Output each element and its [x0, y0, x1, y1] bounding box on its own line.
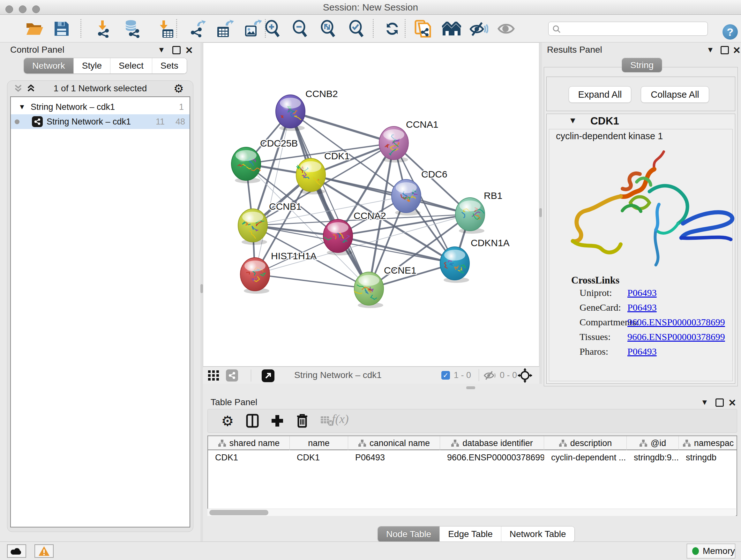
table-options-gear-icon[interactable]: ⚙: [217, 411, 238, 431]
tab-string[interactable]: String: [622, 58, 662, 72]
show-graphics-icon[interactable]: [496, 18, 517, 39]
control-panel-float-icon[interactable]: ▼: [158, 45, 165, 54]
network-edge-count: 48: [166, 114, 185, 129]
collection-expand-icon[interactable]: ▼: [18, 100, 25, 114]
table-tabs: Node Table Edge Table Network Table: [378, 526, 575, 542]
protein-structure-image: [557, 144, 736, 271]
crosslink-label: Pharos:: [580, 346, 608, 357]
zoom-in-icon[interactable]: [262, 18, 283, 39]
open-session-icon[interactable]: [24, 18, 45, 39]
network-label: String Network – cdk1: [47, 114, 131, 129]
network-row[interactable]: String Network – cdk1 11 48: [11, 114, 190, 129]
crosslink-link[interactable]: 9606.ENSP00000378699: [627, 317, 725, 327]
network-collection-row[interactable]: ▼ String Network – cdk1 1: [11, 100, 190, 114]
crosslink-link[interactable]: P06493: [627, 287, 657, 298]
column-header-3[interactable]: database identifier: [440, 436, 544, 450]
results-panel-float-icon[interactable]: ▼: [706, 45, 714, 54]
column-header-0[interactable]: shared name: [208, 436, 290, 450]
tab-style[interactable]: Style: [74, 58, 111, 73]
table-cell[interactable]: P06493: [348, 451, 440, 464]
import-network-file-icon[interactable]: [92, 18, 114, 39]
export-image-icon[interactable]: [242, 18, 263, 39]
results-panel-close-icon[interactable]: ✕: [733, 45, 741, 56]
zoom-out-icon[interactable]: [290, 18, 311, 39]
export-table-icon[interactable]: [214, 18, 235, 39]
network-view-share-icon[interactable]: [226, 369, 238, 381]
gene-section-collapse-icon[interactable]: ▼: [569, 116, 577, 125]
tab-select[interactable]: Select: [111, 58, 152, 73]
table-panel-close-icon[interactable]: ✕: [728, 397, 736, 408]
footer-separator: [479, 369, 479, 381]
save-session-icon[interactable]: [51, 18, 72, 39]
pan-crosshair-icon[interactable]: [518, 368, 532, 383]
table-cell[interactable]: cyclin-dependent ...: [544, 451, 627, 464]
window-title: Session: New Session: [0, 0, 741, 15]
network-options-gear-icon[interactable]: ⚙: [174, 82, 184, 96]
tab-node-table[interactable]: Node Table: [378, 526, 440, 542]
crosslink-link[interactable]: P06493: [627, 346, 657, 357]
expand-all-button[interactable]: Expand All: [569, 86, 631, 103]
table-cell[interactable]: 9606.ENSP00000378699: [440, 451, 544, 464]
column-header-4[interactable]: description: [544, 436, 627, 450]
table-cell[interactable]: stringdb: [679, 451, 737, 464]
toolbar-separator: [176, 19, 177, 38]
selected-checkbox-icon[interactable]: ✓: [441, 371, 450, 380]
app-window: Session: New Session: [0, 0, 741, 560]
table-cell[interactable]: stringdb:9...: [627, 451, 679, 464]
control-panel-close-icon[interactable]: ✕: [185, 45, 193, 56]
crosslink-link[interactable]: 9606.ENSP00000378699: [627, 331, 725, 342]
tab-edge-table[interactable]: Edge Table: [440, 526, 501, 542]
home-network-icon[interactable]: [441, 18, 462, 39]
grid-view-icon[interactable]: [208, 370, 219, 381]
show-columns-icon[interactable]: [242, 411, 263, 431]
network-canvas[interactable]: CCNB2CCNA1CDC25BCDK1CDC6RB1CCNB1CCNA2CDK…: [203, 43, 539, 367]
tab-network[interactable]: Network: [24, 58, 74, 73]
toolbar-separator: [80, 19, 81, 38]
zoom-selected-icon[interactable]: [346, 18, 367, 39]
scrollbar-thumb[interactable]: [209, 510, 268, 515]
column-header-1[interactable]: name: [290, 436, 348, 450]
zoom-fit-icon[interactable]: [318, 18, 339, 39]
title-bar: Session: New Session: [0, 0, 741, 15]
crosslink-label: Tissues:: [580, 331, 610, 342]
import-table-icon[interactable]: [155, 18, 176, 39]
collapse-all-button[interactable]: Collapse All: [641, 86, 709, 103]
table-panel-float-icon[interactable]: ▼: [701, 398, 709, 407]
node-label-CDC25B: CDC25B: [260, 138, 298, 148]
bottom-splitter-handle[interactable]: [466, 386, 475, 389]
node-label-CCNE1: CCNE1: [384, 265, 416, 275]
results-panel-maximize-icon[interactable]: [721, 46, 729, 54]
cloud-status-icon[interactable]: [7, 544, 26, 558]
tab-network-table[interactable]: Network Table: [501, 526, 575, 542]
import-network-database-icon[interactable]: [122, 18, 143, 39]
table-horizontal-scrollbar[interactable]: [207, 509, 736, 516]
column-header-5[interactable]: @id: [627, 436, 679, 450]
hide-graphics-icon[interactable]: [468, 18, 489, 39]
help-icon[interactable]: ?: [723, 24, 738, 40]
crosslink-link[interactable]: P06493: [627, 302, 657, 313]
left-splitter-handle[interactable]: [200, 284, 203, 293]
right-splitter-handle[interactable]: [539, 208, 542, 217]
delete-column-icon[interactable]: [292, 411, 313, 431]
tab-sets[interactable]: Sets: [152, 58, 187, 73]
crosslinks-title: CrossLinks: [571, 274, 619, 286]
search-input[interactable]: [563, 23, 705, 35]
add-column-icon[interactable]: [267, 411, 287, 431]
node-label-CCNA1: CCNA1: [406, 119, 439, 130]
birdseye-view-icon[interactable]: [262, 369, 274, 382]
memory-button[interactable]: Memory: [687, 544, 735, 558]
table-toolbar: ⚙: [207, 409, 737, 433]
export-network-icon[interactable]: [187, 18, 208, 39]
table-cell[interactable]: CDK1: [290, 451, 348, 464]
refresh-icon[interactable]: [382, 18, 403, 39]
column-header-2[interactable]: canonical name: [348, 436, 440, 450]
warning-status-icon[interactable]: [35, 544, 54, 558]
column-header-6[interactable]: namespac: [679, 436, 737, 450]
table-row[interactable]: CDK1CDK1P064939606.ENSP00000378699cyclin…: [208, 451, 737, 464]
duplicate-network-icon[interactable]: [412, 18, 433, 39]
network-view-title: String Network – cdk1: [294, 367, 382, 384]
control-panel-maximize-icon[interactable]: [172, 46, 181, 54]
table-cell[interactable]: CDK1: [208, 451, 290, 464]
table-panel-maximize-icon[interactable]: [716, 398, 724, 407]
function-builder-button[interactable]: f(x): [332, 412, 349, 426]
